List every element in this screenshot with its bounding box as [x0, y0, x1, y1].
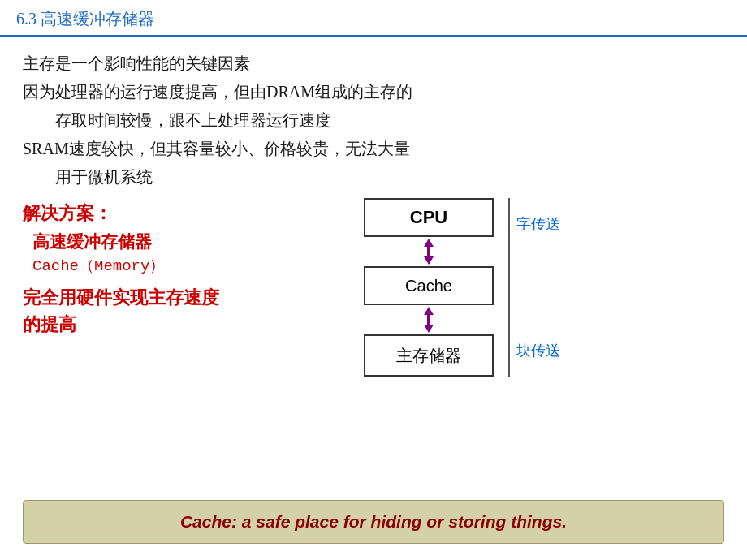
diagram-area: CPU	[348, 198, 640, 377]
svg-marker-7	[424, 325, 434, 333]
boxes-column: CPU	[348, 198, 494, 377]
page-title: 6.3 高速缓冲存储器	[16, 10, 154, 28]
bottom-banner: Cache: a safe place for hiding or storin…	[23, 500, 724, 544]
label-zi: 字传送	[516, 198, 560, 234]
cpu-label: CPU	[410, 207, 447, 227]
solution-text: 解决方案： 高速缓冲存储器 Cache（Memory） 完全用硬件实现主存速度 …	[23, 198, 331, 338]
main-mem-box: 主存储器	[364, 334, 494, 377]
label-kuai: 块传送	[516, 341, 560, 377]
svg-marker-3	[424, 256, 434, 265]
cache-label: Cache	[405, 277, 452, 295]
arrow-cache-mem	[421, 305, 437, 334]
header: 6.3 高速缓冲存储器	[0, 0, 747, 37]
arrow-cpu-cache	[421, 237, 437, 266]
solution-conclusion-line2: 的提高	[23, 314, 76, 334]
text-line3a: SRAM速度较快，但其容量较小、价格较贵，无法大量	[23, 136, 724, 162]
text-line2a: 因为处理器的运行速度提高，但由DRAM组成的主存的	[23, 80, 724, 105]
cpu-box: CPU	[364, 198, 494, 237]
svg-rect-5	[427, 315, 430, 325]
solution-title: 解决方案：	[23, 201, 331, 226]
banner-text: Cache: a safe place for hiding or storin…	[180, 512, 567, 531]
text-line1: 主存是一个影响性能的关键因素	[23, 51, 724, 76]
right-text-labels: 字传送 块传送	[516, 198, 560, 377]
main-mem-label: 主存储器	[396, 347, 461, 364]
diagram-wrapper: CPU	[348, 198, 624, 377]
solution-conclusion: 完全用硬件实现主存速度 的提高	[23, 284, 331, 338]
cache-box: Cache	[364, 266, 494, 305]
svg-marker-0	[424, 239, 434, 247]
solution-conclusion-line1: 完全用硬件实现主存速度	[23, 287, 219, 308]
svg-marker-4	[424, 307, 434, 315]
solution-area: 解决方案： 高速缓冲存储器 Cache（Memory） 完全用硬件实现主存速度 …	[23, 198, 724, 377]
solution-item2: Cache（Memory）	[23, 255, 331, 276]
vertical-separator	[508, 198, 510, 377]
boxes-and-labels: CPU	[348, 198, 624, 377]
text-line2b: 存取时间较慢，跟不上处理器运行速度	[23, 108, 724, 133]
solution-item1: 高速缓冲存储器	[23, 230, 331, 253]
text-line3b: 用于微机系统	[23, 165, 724, 190]
main-content: 主存是一个影响性能的关键因素 因为处理器的运行速度提高，但由DRAM组成的主存的…	[0, 37, 747, 385]
svg-rect-1	[427, 247, 430, 256]
